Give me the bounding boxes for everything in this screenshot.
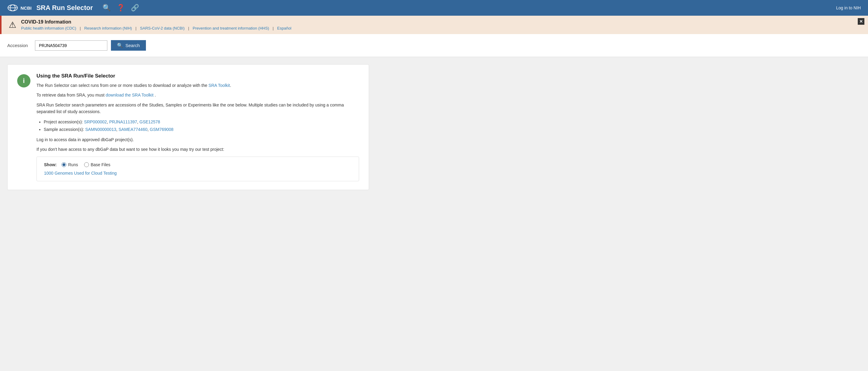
search-area: Accession 🔍 Search bbox=[0, 34, 868, 57]
header-left: NCBI SRA Run Selector 🔍 ❓ 🔗 bbox=[7, 4, 139, 12]
radio-runs-label: Runs bbox=[68, 162, 78, 167]
covid-banner-content: COVID-19 Information Public health infor… bbox=[21, 19, 291, 30]
sep-4: | bbox=[273, 26, 274, 30]
header-icons: 🔍 ❓ 🔗 bbox=[102, 4, 139, 12]
sep-2: | bbox=[135, 26, 136, 30]
link-icon[interactable]: 🔗 bbox=[131, 4, 139, 12]
search-button[interactable]: 🔍 Search bbox=[111, 40, 146, 51]
info-icon: i bbox=[17, 74, 30, 88]
search-label: Accession bbox=[7, 43, 31, 48]
link-prjna111397[interactable]: PRJNA111397 bbox=[109, 119, 137, 124]
project-label: Project accession(s): bbox=[44, 119, 84, 124]
list-item-project: Project accession(s): SRP000002, PRJNA11… bbox=[44, 118, 359, 126]
header: NCBI SRA Run Selector 🔍 ❓ 🔗 Log in to NI… bbox=[0, 0, 868, 16]
search-icon[interactable]: 🔍 bbox=[102, 4, 111, 12]
info-card: i Using the SRA Run/File Selector The Ru… bbox=[7, 64, 369, 190]
sample-label: Sample accession(s): bbox=[44, 127, 85, 132]
info-para2-text: To retrieve data from SRA, you must bbox=[36, 93, 106, 97]
covid-banner: ⚠ COVID-19 Information Public health inf… bbox=[0, 16, 868, 34]
radio-basefiles[interactable]: Base Files bbox=[84, 162, 110, 167]
covid-banner-links: Public health information (CDC) | Resear… bbox=[21, 26, 291, 30]
ncbi-logo[interactable]: NCBI bbox=[7, 4, 32, 12]
radio-runs[interactable]: Runs bbox=[62, 162, 78, 167]
covid-link-nih[interactable]: Research information (NIH) bbox=[84, 26, 132, 30]
link-samn00000013[interactable]: SAMN00000013 bbox=[85, 127, 116, 132]
show-box-link: 1000 Genomes Used for Cloud Testing bbox=[44, 171, 351, 176]
sep-3: | bbox=[188, 26, 189, 30]
link-srp000002[interactable]: SRP000002 bbox=[84, 119, 107, 124]
main-content: i Using the SRA Run/File Selector The Ru… bbox=[0, 57, 868, 371]
covid-link-hhs[interactable]: Prevention and treatment information (HH… bbox=[193, 26, 269, 30]
info-card-body: Using the SRA Run/File Selector The Run … bbox=[36, 73, 359, 181]
info-paragraph-5: If you don't have access to any dbGaP da… bbox=[36, 146, 359, 153]
accession-list: Project accession(s): SRP000002, PRJNA11… bbox=[36, 118, 359, 133]
ncbi-logo-text: NCBI bbox=[21, 5, 32, 10]
link-gse12578[interactable]: GSE12578 bbox=[140, 119, 160, 124]
download-toolkit-link[interactable]: download the SRA Toolkit bbox=[106, 93, 154, 97]
search-button-icon: 🔍 bbox=[117, 42, 123, 48]
login-link[interactable]: Log in to NIH bbox=[836, 5, 861, 10]
covid-link-espanol[interactable]: Español bbox=[277, 26, 291, 30]
info-card-title: Using the SRA Run/File Selector bbox=[36, 73, 359, 79]
help-icon[interactable]: ❓ bbox=[117, 4, 125, 12]
list-item-sample: Sample accession(s): SAMN00000013, SAMEA… bbox=[44, 126, 359, 133]
sra-toolkit-link[interactable]: SRA Toolkit bbox=[208, 83, 230, 88]
cloud-testing-link[interactable]: 1000 Genomes Used for Cloud Testing bbox=[44, 171, 117, 176]
radio-basefiles-label: Base Files bbox=[91, 162, 110, 167]
sep-1: | bbox=[80, 26, 81, 30]
info-para2-end: . bbox=[155, 93, 156, 97]
radio-runs-input[interactable] bbox=[62, 162, 66, 167]
covid-link-cdc[interactable]: Public health information (CDC) bbox=[21, 26, 76, 30]
covid-link-ncbi[interactable]: SARS-CoV-2 data (NCBI) bbox=[140, 26, 185, 30]
search-button-label: Search bbox=[125, 43, 140, 48]
covid-close-button[interactable]: ✕ bbox=[858, 18, 864, 25]
show-label: Show: bbox=[44, 162, 57, 167]
info-paragraph-1: The Run Selector can select runs from on… bbox=[36, 82, 359, 89]
radio-group: Runs Base Files bbox=[62, 162, 110, 167]
radio-basefiles-input[interactable] bbox=[84, 162, 89, 167]
info-para1-text: The Run Selector can select runs from on… bbox=[36, 83, 208, 88]
search-input[interactable] bbox=[35, 40, 107, 51]
info-paragraph-4: Log in to access data in approved dbGaP … bbox=[36, 136, 359, 143]
info-paragraph-3: SRA Run Selector search parameters are a… bbox=[36, 102, 359, 115]
link-gsm769008[interactable]: GSM769008 bbox=[150, 127, 174, 132]
covid-banner-title: COVID-19 Information bbox=[21, 19, 291, 25]
header-title: SRA Run Selector bbox=[36, 4, 93, 12]
show-box: Show: Runs Base Files 1000 Genomes Used bbox=[36, 157, 359, 181]
show-box-row: Show: Runs Base Files bbox=[44, 162, 351, 167]
covid-alert-icon: ⚠ bbox=[9, 20, 16, 30]
info-paragraph-2: To retrieve data from SRA, you must down… bbox=[36, 92, 359, 98]
link-samea774460[interactable]: SAMEA774460 bbox=[119, 127, 148, 132]
